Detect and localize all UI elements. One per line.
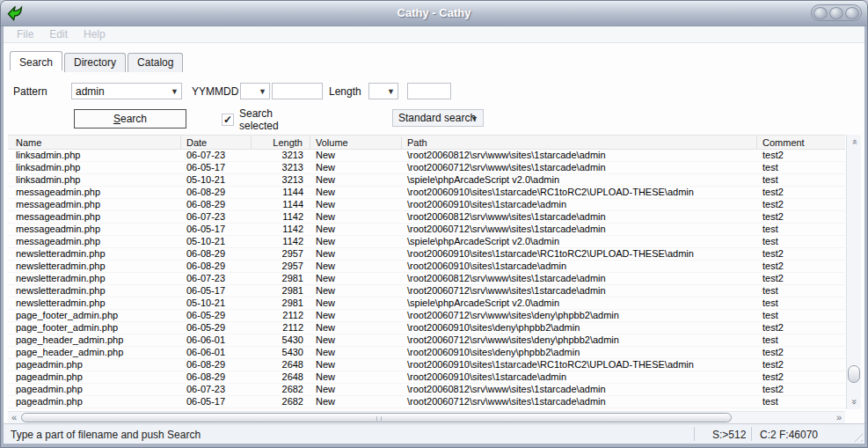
cell-length: 2112 bbox=[252, 322, 310, 334]
table-row[interactable]: newsletteradmin.php 06-05-17 2981 New \r… bbox=[8, 285, 845, 297]
cell-path: \root20060910\sites\1starcade\RC1toRC2\U… bbox=[402, 359, 757, 371]
horizontal-scrollbar[interactable]: « » bbox=[8, 411, 845, 423]
table-row[interactable]: pageadmin.php 06-08-29 2648 New \root200… bbox=[8, 371, 845, 384]
cell-date: 06-05-17 bbox=[181, 162, 252, 173]
titlebar[interactable]: Cathy - Cathy bbox=[1, 1, 867, 26]
table-row[interactable]: messageadmin.php 06-05-17 1142 New \root… bbox=[8, 224, 845, 236]
vertical-scrollbar[interactable]: » » bbox=[846, 135, 861, 409]
menu-help[interactable]: Help bbox=[76, 26, 113, 42]
vertical-scrollbar-thumb[interactable] bbox=[848, 365, 860, 383]
table-row[interactable]: pageadmin.php 06-08-29 2648 New \root200… bbox=[8, 359, 845, 371]
yymmdd-value-input[interactable] bbox=[272, 83, 323, 99]
column-header-length[interactable]: Length bbox=[252, 136, 310, 149]
horizontal-scrollbar-thumb[interactable] bbox=[21, 413, 732, 422]
status-separator bbox=[694, 427, 695, 441]
column-header-comment[interactable]: Comment bbox=[757, 136, 844, 149]
cell-volume: New bbox=[310, 187, 402, 198]
close-button[interactable] bbox=[845, 7, 859, 19]
cell-path: \root20060712\srv\www\sites\1starcade\ad… bbox=[402, 162, 757, 173]
tab-directory[interactable]: Directory bbox=[64, 53, 126, 72]
table-row[interactable]: page_header_admin.php 06-06-01 5430 New … bbox=[8, 347, 845, 359]
column-header-volume[interactable]: Volume bbox=[310, 136, 402, 149]
cell-path: \root20060812\srv\www\sites\1starcade\ad… bbox=[402, 384, 757, 395]
resize-grip[interactable] bbox=[850, 430, 863, 442]
cell-length: 1142 bbox=[252, 236, 310, 247]
table-row[interactable]: messageadmin.php 05-10-21 1142 New \spie… bbox=[8, 236, 845, 248]
scroll-right-icon[interactable]: » bbox=[833, 412, 845, 423]
cell-comment: test2 bbox=[757, 371, 844, 383]
search-button-rest: earch bbox=[120, 113, 147, 125]
search-selected-label-line1: Search bbox=[239, 107, 279, 120]
status-separator bbox=[751, 427, 752, 441]
cell-name: newsletteradmin.php bbox=[11, 273, 181, 284]
cell-name: linksadmin.php bbox=[11, 150, 181, 161]
status-size-pane: S:>512 bbox=[712, 429, 746, 441]
cell-date: 06-06-01 bbox=[181, 347, 252, 358]
cell-name: messageadmin.php bbox=[11, 199, 181, 210]
menu-file[interactable]: File bbox=[9, 26, 41, 42]
tab-catalog[interactable]: Catalog bbox=[128, 53, 183, 72]
table-row[interactable]: linksadmin.php 06-07-23 3213 New \root20… bbox=[8, 150, 845, 162]
cell-length: 3213 bbox=[252, 162, 310, 173]
chevron-down-icon[interactable]: ▼ bbox=[259, 87, 266, 96]
table-row[interactable]: linksadmin.php 06-05-17 3213 New \root20… bbox=[8, 162, 845, 174]
pattern-combobox[interactable]: admin ▼ bbox=[71, 83, 182, 99]
search-button[interactable]: Search bbox=[74, 109, 186, 129]
search-selected-checkbox[interactable]: ✓ bbox=[222, 114, 234, 126]
table-row[interactable]: pageadmin.php 06-07-23 2682 New \root200… bbox=[8, 384, 845, 396]
scroll-up-icon[interactable]: » bbox=[849, 136, 860, 148]
table-row[interactable]: page_footer_admin.php 06-05-29 2112 New … bbox=[8, 322, 845, 334]
scroll-down-icon[interactable]: » bbox=[849, 396, 860, 408]
maximize-button[interactable] bbox=[829, 7, 843, 19]
table-row[interactable]: messageadmin.php 06-07-23 1142 New \root… bbox=[8, 211, 845, 224]
table-row[interactable]: messageadmin.php 06-08-29 1144 New \root… bbox=[8, 187, 845, 199]
cell-path: \root20060712\srv\www\sites\deny\phpbb2\… bbox=[402, 310, 757, 321]
results-body: linksadmin.php 06-07-23 3213 New \root20… bbox=[8, 150, 845, 408]
cell-comment: test2 bbox=[757, 261, 844, 272]
pattern-label: Pattern bbox=[13, 85, 47, 98]
menu-edit[interactable]: Edit bbox=[41, 26, 76, 42]
cell-date: 06-07-23 bbox=[181, 384, 252, 395]
cell-name: pageadmin.php bbox=[11, 371, 181, 383]
table-row[interactable]: messageadmin.php 06-08-29 1144 New \root… bbox=[8, 199, 845, 211]
cell-path: \root20060910\sites\deny\phpbb2\admin bbox=[402, 347, 757, 358]
column-header-date[interactable]: Date bbox=[181, 136, 252, 149]
chevron-down-icon[interactable]: ▼ bbox=[171, 87, 179, 96]
table-row[interactable]: linksadmin.php 05-10-21 3213 New \spiele… bbox=[8, 174, 845, 187]
minimize-button[interactable] bbox=[813, 7, 828, 19]
cell-length: 2112 bbox=[252, 310, 310, 321]
cell-date: 06-05-17 bbox=[181, 285, 252, 297]
cell-volume: New bbox=[310, 322, 402, 334]
table-row[interactable]: page_header_admin.php 06-06-01 5430 New … bbox=[8, 334, 845, 347]
table-row[interactable]: newsletteradmin.php 06-08-29 2957 New \r… bbox=[8, 261, 845, 273]
cell-comment: test bbox=[757, 162, 844, 173]
table-row[interactable]: page_footer_admin.php 06-05-29 2112 New … bbox=[8, 310, 845, 322]
cell-path: \spiele\phpArcadeScript v2.0\admin bbox=[402, 297, 757, 309]
chevron-down-icon[interactable]: ▼ bbox=[387, 87, 395, 96]
column-header-name[interactable]: Name bbox=[11, 136, 181, 149]
cell-comment: test bbox=[757, 297, 844, 309]
cell-date: 06-05-29 bbox=[181, 310, 252, 321]
cell-volume: New bbox=[310, 347, 402, 358]
tab-search[interactable]: Search bbox=[10, 51, 62, 70]
cell-name: messageadmin.php bbox=[11, 224, 181, 235]
table-row[interactable]: newsletteradmin.php 05-10-21 2981 New \s… bbox=[8, 297, 845, 310]
cell-date: 06-08-29 bbox=[181, 199, 252, 210]
table-row[interactable]: pageadmin.php 06-05-17 2682 New \root200… bbox=[8, 396, 845, 408]
length-operator-combobox[interactable]: ▼ bbox=[368, 83, 398, 99]
yymmdd-operator-combobox[interactable]: ▼ bbox=[240, 83, 270, 99]
cell-volume: New bbox=[310, 384, 402, 395]
cell-volume: New bbox=[310, 224, 402, 235]
cell-volume: New bbox=[310, 162, 402, 173]
length-value-input[interactable] bbox=[407, 83, 451, 99]
column-header-path[interactable]: Path bbox=[402, 136, 757, 149]
table-row[interactable]: newsletteradmin.php 06-07-23 2981 New \r… bbox=[8, 273, 845, 285]
cell-date: 06-07-23 bbox=[181, 150, 252, 161]
cell-length: 3213 bbox=[252, 174, 310, 186]
scroll-left-icon[interactable]: « bbox=[8, 412, 20, 423]
table-row[interactable]: newsletteradmin.php 06-08-29 2957 New \r… bbox=[8, 248, 845, 261]
search-mode-combobox[interactable]: Standard search ▼ bbox=[392, 109, 484, 127]
cell-length: 1142 bbox=[252, 211, 310, 223]
cell-path: \root20060712\srv\www\sites\1starcade\ad… bbox=[402, 224, 757, 235]
chevron-down-icon[interactable]: ▼ bbox=[470, 114, 478, 123]
